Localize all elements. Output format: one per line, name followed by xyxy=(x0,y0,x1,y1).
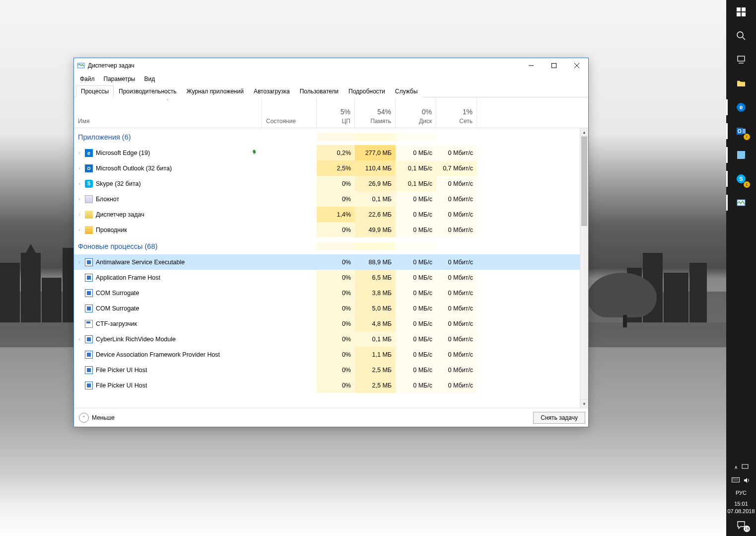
column-header-disk[interactable]: 0% Диск xyxy=(396,97,436,128)
minimize-button[interactable] xyxy=(520,58,543,73)
process-row[interactable]: ›Диспетчер задач1,4%22,6 МБ0 МБ/с0 Мбит/… xyxy=(74,207,580,222)
sticky-note-icon xyxy=(736,150,746,160)
tray-overflow-icon[interactable]: ∧ xyxy=(734,464,738,470)
edge-icon: e xyxy=(736,102,746,112)
column-header-state[interactable]: Состояние xyxy=(262,97,317,128)
svg-text:S: S xyxy=(739,176,743,182)
process-row[interactable]: Device Association Framework Provider Ho… xyxy=(74,347,580,362)
taskbar-edge[interactable]: e xyxy=(726,95,756,119)
column-header-name[interactable]: ⌃ Имя xyxy=(74,97,262,128)
taskbar-outlook[interactable]: O ! xyxy=(726,119,756,143)
clock[interactable]: 15:01 07.08.2018 xyxy=(727,498,755,517)
process-row[interactable]: ›Блокнот0%0,1 МБ0 МБ/с0 Мбит/с xyxy=(74,191,580,207)
network-value: 0 Мбит/с xyxy=(436,145,477,160)
memory-value: 88,9 МБ xyxy=(355,254,396,270)
expand-toggle-icon[interactable]: › xyxy=(74,228,85,232)
expand-toggle-icon[interactable]: › xyxy=(74,166,85,171)
memory-value: 26,9 МБ xyxy=(355,176,396,191)
network-value: 0 Мбит/с xyxy=(436,207,477,222)
task-view-button[interactable] xyxy=(726,48,756,72)
process-icon xyxy=(85,335,93,343)
scroll-down-icon[interactable]: ▼ xyxy=(580,399,588,408)
action-center-button[interactable]: 15 xyxy=(726,517,756,533)
process-row[interactable]: COM Surrogate0%3,8 МБ0 МБ/с0 Мбит/с xyxy=(74,285,580,301)
column-header-network[interactable]: 1% Сеть xyxy=(436,97,477,128)
network-value: 0 Мбит/с xyxy=(436,316,477,331)
process-row[interactable]: ›eMicrosoft Edge (19)0,2%277,0 МБ0 МБ/с0… xyxy=(74,145,580,160)
process-row[interactable]: ›CyberLink RichVideo Module0%0,1 МБ0 МБ/… xyxy=(74,331,580,347)
tab-app-history[interactable]: Журнал приложений xyxy=(182,85,249,97)
process-name: Диспетчер задач xyxy=(96,211,260,218)
start-button[interactable] xyxy=(726,0,756,24)
maximize-button[interactable] xyxy=(543,58,565,73)
tray-input-icon[interactable] xyxy=(742,463,749,471)
svg-rect-18 xyxy=(743,129,746,134)
close-button[interactable] xyxy=(565,58,588,73)
process-group-header[interactable]: Фоновые процессы (68) xyxy=(74,237,580,254)
network-value: 0 Мбит/с xyxy=(436,254,477,270)
menu-file[interactable]: Файл xyxy=(76,74,99,84)
memory-value: 5,0 МБ xyxy=(355,301,396,316)
expand-toggle-icon[interactable]: › xyxy=(74,151,85,155)
taskbar-sticky-notes[interactable] xyxy=(726,143,756,167)
app-icon xyxy=(77,62,85,70)
window-title: Диспетчер задач xyxy=(88,62,520,69)
expand-toggle-icon[interactable]: › xyxy=(74,197,85,202)
taskbar-task-manager[interactable] xyxy=(726,191,756,215)
process-icon: O xyxy=(85,164,93,172)
menu-options[interactable]: Параметры xyxy=(100,74,139,84)
folder-icon xyxy=(736,78,746,88)
task-manager-window: Диспетчер задач Файл Параметры Вид Проце… xyxy=(73,58,589,427)
process-row[interactable]: ›SSkype (32 бита)0%26,9 МБ0,1 МБ/с0 Мбит… xyxy=(74,176,580,191)
expand-toggle-icon[interactable]: › xyxy=(74,181,85,186)
process-icon xyxy=(85,226,93,234)
process-row[interactable]: ›Проводник0%49,9 МБ0 МБ/с0 Мбит/с xyxy=(74,222,580,237)
end-task-button[interactable]: Снять задачу xyxy=(533,412,585,424)
scroll-thumb[interactable] xyxy=(581,137,587,226)
tab-services[interactable]: Службы xyxy=(390,85,422,97)
svg-rect-2 xyxy=(552,64,556,68)
column-header-cpu[interactable]: 5% ЦП xyxy=(317,97,355,128)
process-row[interactable]: CTF-загрузчик0%4,8 МБ0 МБ/с0 Мбит/с xyxy=(74,316,580,331)
taskbar-explorer[interactable] xyxy=(726,72,756,95)
windows-logo-icon xyxy=(736,7,746,17)
process-name: File Picker UI Host xyxy=(96,367,260,374)
process-name: Application Frame Host xyxy=(96,274,260,281)
menu-view[interactable]: Вид xyxy=(140,74,159,84)
taskbar-skype[interactable]: S 1 xyxy=(726,167,756,191)
process-group-header[interactable]: Приложения (6) xyxy=(74,128,580,145)
tab-processes[interactable]: Процессы xyxy=(76,85,114,97)
process-icon xyxy=(85,211,93,219)
process-row[interactable]: COM Surrogate0%5,0 МБ0 МБ/с0 Мбит/с xyxy=(74,301,580,316)
fewer-details-button[interactable]: ⌃ Меньше xyxy=(77,412,117,424)
process-row[interactable]: File Picker UI Host0%2,5 МБ0 МБ/с0 Мбит/… xyxy=(74,362,580,378)
network-value: 0 Мбит/с xyxy=(436,301,477,316)
expand-toggle-icon[interactable]: › xyxy=(74,337,85,342)
process-name: COM Surrogate xyxy=(96,290,260,297)
memory-value: 110,4 МБ xyxy=(355,160,396,176)
disk-value: 0 МБ/с xyxy=(396,145,436,160)
tab-details[interactable]: Подробности xyxy=(344,85,390,97)
process-name: Microsoft Edge (19) xyxy=(96,150,251,156)
tray-volume-icon[interactable] xyxy=(744,477,751,485)
tab-performance[interactable]: Производительность xyxy=(114,85,181,97)
process-name: CyberLink RichVideo Module xyxy=(96,336,260,343)
process-row[interactable]: Application Frame Host0%6,5 МБ0 МБ/с0 Мб… xyxy=(74,270,580,285)
tab-startup[interactable]: Автозагрузка xyxy=(249,85,295,97)
mail-badge-icon: ! xyxy=(744,134,750,140)
tab-users[interactable]: Пользователи xyxy=(295,85,344,97)
process-icon xyxy=(85,195,93,203)
expand-toggle-icon[interactable]: › xyxy=(74,212,85,217)
expand-toggle-icon[interactable]: › xyxy=(74,260,85,265)
process-row[interactable]: File Picker UI Host0%2,5 МБ0 МБ/с0 Мбит/… xyxy=(74,378,580,393)
process-row[interactable]: ›OMicrosoft Outlook (32 бита)2,5%110,4 М… xyxy=(74,160,580,176)
vertical-scrollbar[interactable]: ▲ ▼ xyxy=(580,128,588,408)
column-header-memory[interactable]: 54% Память xyxy=(355,97,396,128)
language-indicator[interactable]: РУС xyxy=(736,488,747,498)
tray-keyboard-icon[interactable] xyxy=(732,477,740,484)
disk-value: 0 МБ/с xyxy=(396,254,436,270)
process-row[interactable]: ›Antimalware Service Executable0%88,9 МБ… xyxy=(74,254,580,270)
scroll-up-icon[interactable]: ▲ xyxy=(580,128,588,137)
search-button[interactable] xyxy=(726,24,756,48)
titlebar[interactable]: Диспетчер задач xyxy=(74,58,588,73)
